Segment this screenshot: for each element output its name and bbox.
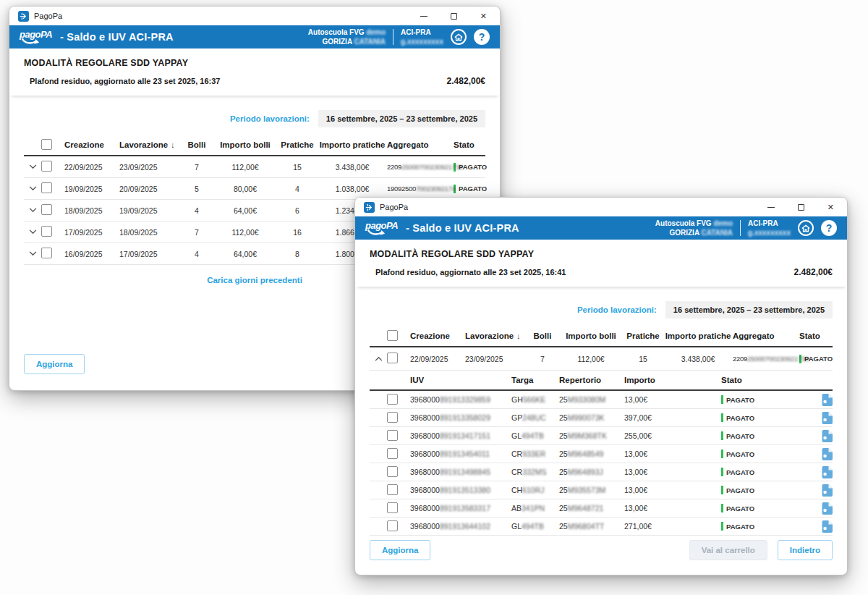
aggiorna-button[interactable]: Aggiorna <box>370 540 430 560</box>
col-bolli[interactable]: Bolli <box>526 332 559 340</box>
iuv-row[interactable]: 3968000891913454011 CR933ER 25M9648549 1… <box>370 445 833 463</box>
iuv-row[interactable]: 3968000891913644102 GL494TB 25M96804TT 2… <box>370 518 833 536</box>
help-icon[interactable]: ? <box>474 29 490 45</box>
vai-al-carrello-button[interactable]: Vai al carrello <box>689 540 767 560</box>
chevron-up-icon[interactable] <box>370 356 387 361</box>
receipt-document-icon[interactable] <box>808 448 833 460</box>
cell-iuv: 3968000891913583317 <box>410 504 511 512</box>
cell-pratiche: 15 <box>277 163 318 172</box>
iuv-row[interactable]: 3968000891913417151 GL494TB 25M9M368TK 2… <box>370 427 833 445</box>
col-pratiche[interactable]: Pratiche <box>623 332 663 340</box>
iuv-checkbox[interactable] <box>387 412 398 423</box>
col-importo-pratiche[interactable]: Importo pratiche <box>318 140 387 149</box>
receipt-document-icon[interactable] <box>808 520 833 533</box>
iuv-checkbox[interactable] <box>387 430 398 441</box>
close-icon[interactable]: ✕ <box>480 12 487 20</box>
titlebar[interactable]: PagoPa ✕ <box>9 7 500 25</box>
period-range-selector[interactable]: 16 settembre, 2025 – 23 settembre, 2025 <box>318 110 485 127</box>
cell-targa: CR332MS <box>511 468 559 476</box>
maximize-icon[interactable] <box>451 13 457 20</box>
iuv-checkbox[interactable] <box>387 394 398 405</box>
select-all-checkbox[interactable] <box>387 330 398 341</box>
col-aggregato[interactable]: Aggregato <box>387 140 454 149</box>
cell-importo: 13,00€ <box>624 486 721 494</box>
period-range-selector[interactable]: 16 settembre, 2025 – 23 settembre, 2025 <box>665 301 833 318</box>
cell-creazione: 18/09/2025 <box>64 206 119 215</box>
row-checkbox[interactable] <box>41 226 52 237</box>
chevron-down-icon[interactable] <box>24 164 41 169</box>
indietro-button[interactable]: Indietro <box>778 540 833 560</box>
col-lavorazione[interactable]: Lavorazione↓ <box>119 140 180 149</box>
chevron-down-icon[interactable] <box>24 251 41 256</box>
chevron-down-icon[interactable] <box>24 208 41 213</box>
row-checkbox[interactable] <box>41 248 52 258</box>
iuv-row[interactable]: 3968000891913583317 AB341PN 25M9648721 1… <box>370 499 833 518</box>
cell-bolli: 4 <box>180 206 213 215</box>
col-stato[interactable]: Stato <box>799 332 833 340</box>
iuv-row[interactable]: 3968000891913329859 GH566KE 25M933080M 1… <box>370 391 833 409</box>
cell-targa: GL494TB <box>511 431 559 440</box>
account-label: ACI-PRA g.xxxxxxxxx <box>401 28 443 46</box>
home-icon[interactable] <box>798 220 814 236</box>
aggiorna-button[interactable]: Aggiorna <box>24 354 85 374</box>
iuv-row[interactable]: 3968000891913358029 GP248UC 25M990073K 3… <box>370 409 833 427</box>
load-previous-days-link[interactable]: Carica giorni precedenti <box>207 276 302 284</box>
iuv-checkbox[interactable] <box>387 520 398 531</box>
col-creazione[interactable]: Creazione <box>64 140 119 149</box>
plafond-value: 2.482,00€ <box>794 267 833 277</box>
select-all-checkbox[interactable] <box>41 139 52 150</box>
receipt-document-icon[interactable] <box>808 394 833 406</box>
cell-creazione: 16/09/2025 <box>64 250 119 258</box>
receipt-document-icon[interactable] <box>808 412 833 424</box>
col-bolli[interactable]: Bolli <box>180 140 213 149</box>
col-lavorazione[interactable]: Lavorazione↓ <box>465 332 526 340</box>
receipt-document-icon[interactable] <box>808 484 833 497</box>
lavorazioni-table-section: Periodo lavorazioni: 16 settembre, 2025 … <box>355 287 847 540</box>
cell-pratiche: 8 <box>277 250 318 258</box>
close-icon[interactable]: ✕ <box>827 203 834 211</box>
cell-iuv: 3968000891913329859 <box>410 395 511 404</box>
col-stato[interactable]: Stato <box>454 140 485 149</box>
iuv-row[interactable]: 3968000891913498845 CR332MS 25M964893J 1… <box>370 463 833 481</box>
col-importo-bolli[interactable]: Importo bolli <box>213 140 277 149</box>
row-checkbox[interactable] <box>387 353 398 363</box>
chevron-down-icon[interactable] <box>24 186 41 191</box>
minimize-icon[interactable] <box>767 207 775 208</box>
table-row[interactable]: 22/09/2025 23/09/2025 7 112,00€ 15 3.438… <box>24 156 485 178</box>
iuv-checkbox[interactable] <box>387 502 398 513</box>
cell-lavorazione: 23/09/2025 <box>119 163 180 172</box>
cell-repertorio: 25M9648721 <box>559 504 624 512</box>
home-icon[interactable] <box>451 29 467 45</box>
help-icon[interactable]: ? <box>821 220 837 236</box>
cell-pratiche: 15 <box>623 355 663 363</box>
iuv-checkbox[interactable] <box>387 466 398 477</box>
receipt-document-icon[interactable] <box>808 430 833 442</box>
chevron-down-icon[interactable] <box>24 229 41 235</box>
col-pratiche[interactable]: Pratiche <box>277 140 318 149</box>
row-checkbox[interactable] <box>41 161 52 172</box>
titlebar[interactable]: PagoPa ✕ <box>355 198 847 216</box>
receipt-document-icon[interactable] <box>808 502 833 515</box>
receipt-document-icon[interactable] <box>808 466 833 478</box>
status-badge: PAGATO <box>721 450 808 458</box>
expanded-table-row[interactable]: 22/09/2025 23/09/2025 7 112,00€ 15 3.438… <box>370 347 833 371</box>
row-checkbox[interactable] <box>41 204 52 215</box>
col-targa: Targa <box>511 376 559 384</box>
col-aggregato[interactable]: Aggregato <box>733 332 799 340</box>
row-checkbox[interactable] <box>41 182 52 193</box>
iuv-checkbox[interactable] <box>387 448 398 459</box>
iuv-row[interactable]: 3968000891913513380 CH610RJ 25M935573M 1… <box>370 481 833 499</box>
iuv-checkbox[interactable] <box>387 484 398 495</box>
cell-repertorio: 25M964893J <box>559 468 624 476</box>
col-creazione[interactable]: Creazione <box>410 332 465 340</box>
iuv-table-header: IUV Targa Repertorio Importo Stato <box>370 371 833 391</box>
cell-pratiche: 6 <box>277 206 318 215</box>
pagopa-logo-icon: pagoPA <box>20 30 53 44</box>
iuv-table-rows: 3968000891913329859 GH566KE 25M933080M 1… <box>370 391 833 536</box>
maximize-icon[interactable] <box>798 204 804 211</box>
minimize-icon[interactable] <box>420 16 427 17</box>
window-title: PagoPa <box>34 12 62 20</box>
col-importo-pratiche[interactable]: Importo pratiche <box>663 332 733 340</box>
col-importo-bolli[interactable]: Importo bolli <box>559 332 623 340</box>
page-title: - Saldo e IUV ACI-PRA <box>60 31 174 43</box>
